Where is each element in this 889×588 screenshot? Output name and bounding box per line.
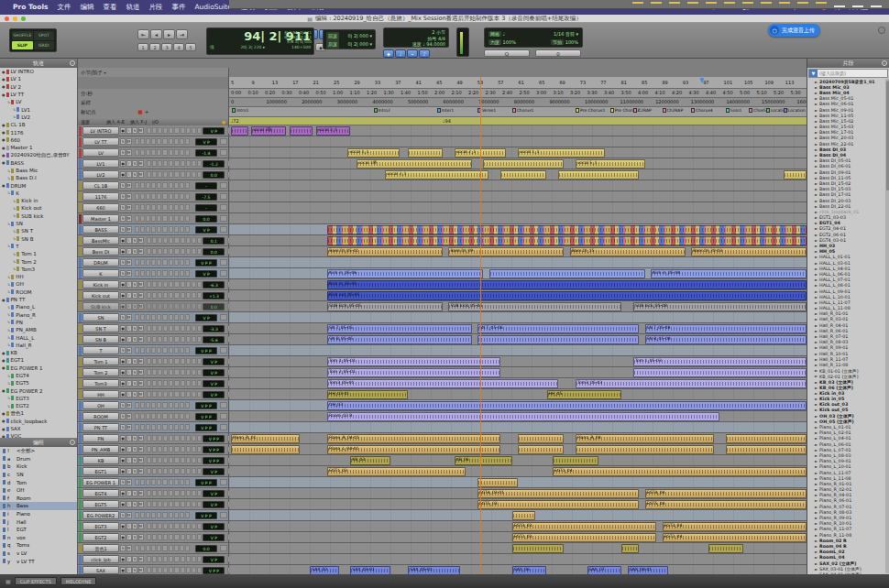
sidebar-track-SAX[interactable]: ●SAX [0, 425, 77, 432]
track-name-EGT2[interactable]: EGT2 [82, 533, 119, 541]
insert-slot-6[interactable] [181, 567, 185, 573]
clip-音色1-2[interactable] [708, 544, 743, 554]
insert-slot-7[interactable] [186, 237, 191, 244]
track-name-LV TT[interactable]: LV TT [82, 137, 119, 146]
track-input-button[interactable]: I [126, 160, 132, 167]
clip-expand-icon[interactable]: ► [815, 425, 818, 430]
insert-slot-6[interactable] [169, 149, 173, 156]
track-record-button[interactable]: ● [120, 369, 126, 376]
tracks-list-menu-icon[interactable]: ◦ [70, 60, 75, 66]
track-record-button[interactable]: ● [120, 325, 126, 332]
track-record-button[interactable]: ● [120, 248, 126, 255]
insert-slot-1[interactable] [140, 314, 145, 321]
insert-slot-3[interactable] [163, 446, 168, 452]
insert-slot-4[interactable] [169, 292, 173, 299]
insert-slot-7[interactable] [186, 523, 191, 529]
clip-expand-icon[interactable]: ► [815, 300, 818, 305]
insert-slot-2[interactable] [158, 501, 162, 507]
insert-slot-5[interactable] [162, 402, 167, 408]
insert-slot-9[interactable] [185, 193, 190, 200]
track-io-value[interactable]: V P P [195, 424, 217, 431]
insert-slot-6[interactable] [181, 336, 185, 343]
track-io-value[interactable]: - [195, 204, 217, 212]
track-lane-EGT2[interactable]: EGT2_03EGT2_04 [229, 532, 807, 542]
insert-slot-0[interactable] [135, 402, 139, 408]
track-lane-BassMic[interactable] [229, 235, 807, 245]
clip-SAX_06[interactable]: SAX_06 [512, 566, 547, 575]
clip-expand-icon[interactable]: ► [815, 487, 818, 492]
insert-slot-3[interactable] [163, 248, 168, 255]
insert-slot-3[interactable] [151, 402, 156, 408]
track-lane-Tom 1[interactable]: Tom 1_05-01Tom 1_05-03 [229, 356, 807, 366]
insert-slot-7[interactable] [174, 424, 179, 430]
track-mute-button[interactable]: M [138, 523, 144, 529]
clip-vocal 3_1[interactable]: vocal 3_1 [316, 126, 351, 136]
track-mute-button[interactable]: M [138, 468, 144, 474]
insert-slot-5[interactable] [174, 468, 179, 474]
insert-slot-9[interactable] [197, 336, 202, 343]
insert-slot-5[interactable] [174, 336, 179, 343]
clip-Piano_L_04-01[interactable]: Piano_L_04-01 [327, 445, 500, 455]
clip-Tom 2_05-01[interactable]: Tom 2_05-01 [327, 368, 500, 378]
track-input-button[interactable]: I [126, 127, 132, 134]
clip-expand-icon[interactable]: ► [815, 363, 818, 367]
group-item-EGT[interactable]: lEGT [0, 526, 77, 534]
track-record-button[interactable]: ● [120, 303, 126, 310]
track-lane-SAX[interactable]: SAX_02SAX_03-01SAX_05-01SAX_06SAX_07SAX_… [229, 565, 807, 574]
insert-slot-0[interactable] [135, 545, 139, 551]
insert-slot-8[interactable] [192, 534, 196, 540]
insert-slot-6[interactable] [181, 523, 185, 529]
track-name-CL 1B[interactable]: CL 1B [82, 181, 119, 190]
sidebar-track-20240920给自己,录音BY[interactable]: ●20240920给自己,录音BY [0, 151, 77, 158]
insert-slot-7[interactable] [186, 501, 191, 507]
track-name-音色1[interactable]: 音色1 [82, 544, 119, 552]
insert-slot-5[interactable] [162, 182, 167, 189]
insert-slot-0[interactable] [147, 127, 151, 134]
track-record-button[interactable]: ● [120, 534, 126, 540]
insert-slot-5[interactable] [162, 314, 167, 321]
clip-EGT4_03-01[interactable]: EGT4_03-01 [477, 489, 639, 499]
clip-expand-icon[interactable]: ► [815, 374, 818, 378]
group-item-Hall[interactable]: jHall [0, 517, 77, 526]
insert-slot-2[interactable] [158, 237, 162, 244]
clip-SUB kick_05-05[interactable]: SUB kick_05-05 [327, 302, 443, 312]
clip-expand-icon[interactable]: ► [815, 311, 818, 316]
track-solo-button[interactable]: S [132, 446, 137, 452]
insert-slot-0[interactable] [135, 479, 139, 485]
insert-slot-4[interactable] [169, 435, 173, 441]
insert-slot-1[interactable] [152, 160, 157, 167]
insert-slot-8[interactable] [192, 391, 196, 397]
clip-expand-icon[interactable]: ► [815, 130, 818, 135]
insert-slot-2[interactable] [158, 468, 162, 474]
insert-slot-4[interactable] [157, 413, 161, 419]
insert-slot-5[interactable] [174, 457, 179, 463]
insert-slot-4[interactable] [157, 270, 161, 277]
menu-item-查看[interactable]: 查看 [103, 3, 116, 11]
insert-slot-7[interactable] [186, 391, 191, 397]
insert-slot-2[interactable] [158, 325, 162, 332]
clip-Piano_R_08[interactable]: Piano_R_08 [576, 434, 714, 444]
clip-SN T_05-06[interactable]: SN T_05-06 [477, 324, 639, 334]
insert-slot-9[interactable] [197, 380, 202, 387]
tempo-button-0[interactable]: ◈ [383, 49, 394, 58]
track-name-Tom 1[interactable]: Tom 1 [82, 357, 119, 365]
track-mute-button[interactable]: M [126, 545, 132, 551]
insert-slot-0[interactable] [135, 259, 139, 266]
insert-slot-1[interactable] [152, 567, 157, 573]
clip-PN-4[interactable] [726, 434, 807, 444]
quantize-button[interactable]: Q [484, 49, 530, 57]
track-io-value[interactable]: V P P [195, 402, 217, 409]
track-io-value[interactable]: -7.5 [195, 193, 217, 201]
insert-slot-5[interactable] [162, 512, 167, 518]
insert-slot-4[interactable] [157, 424, 161, 430]
insert-slot-8[interactable] [180, 259, 184, 266]
track-io-value[interactable]: V P P [203, 457, 225, 464]
track-lane-Tom3[interactable]: Tom3_05-01Tom3_05-03 [229, 378, 807, 388]
insert-slot-0[interactable] [147, 490, 151, 496]
sidebar-track-Hall_R[interactable]: ↳Hall_R [0, 342, 77, 349]
track-mute-button[interactable]: M [138, 435, 144, 441]
track-solo-button[interactable]: S [120, 204, 126, 211]
insert-slot-8[interactable] [192, 501, 196, 507]
clip-expand-icon[interactable]: ► [815, 550, 818, 554]
insert-slot-7[interactable] [186, 325, 191, 332]
